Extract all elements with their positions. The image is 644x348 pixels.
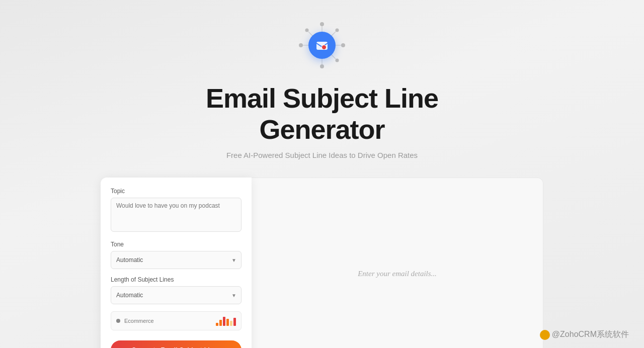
subtitle: Free AI-Powered Subject Line Ideas to Dr… [226, 151, 418, 159]
right-panel-placeholder: Enter your email details... [358, 270, 437, 278]
svg-point-5 [336, 29, 339, 32]
svg-point-2 [299, 43, 303, 47]
notification-dot [321, 45, 327, 50]
length-select-wrapper: Automatic Short Medium Long ▼ [111, 286, 242, 304]
industry-bar-chart [216, 316, 236, 326]
industry-dot-icon [116, 319, 120, 323]
tone-select-wrapper: Automatic Formal Casual Friendly Urgent … [111, 251, 242, 269]
svg-point-1 [320, 64, 324, 68]
app-icon-container [297, 20, 347, 70]
content-area: Topic Tone Automatic Formal Casual Frien… [101, 178, 543, 348]
hero-section: Email Subject Line Generator Free AI-Pow… [0, 0, 644, 178]
industry-section: Ecommerce [111, 311, 242, 330]
length-label: Length of Subject Lines [111, 276, 242, 283]
page-background: Email Subject Line Generator Free AI-Pow… [0, 0, 644, 348]
watermark-text: @ZohoCRM系统软件 [552, 329, 629, 340]
tone-select[interactable]: Automatic Formal Casual Friendly Urgent [111, 251, 242, 269]
email-icon-circle [308, 32, 336, 59]
right-panel: Enter your email details... [252, 178, 543, 348]
svg-point-6 [336, 59, 339, 62]
watermark-icon [540, 330, 550, 340]
svg-line-13 [331, 54, 336, 59]
length-select[interactable]: Automatic Short Medium Long [111, 286, 242, 304]
left-panel: Topic Tone Automatic Formal Casual Frien… [101, 178, 252, 348]
generate-button[interactable]: Generate Email Subject Lines [111, 340, 242, 348]
main-title: Email Subject Line Generator [206, 82, 438, 145]
svg-point-0 [320, 22, 324, 26]
topic-label: Topic [111, 188, 242, 195]
tone-label: Tone [111, 241, 242, 248]
industry-text: Ecommerce [124, 318, 212, 324]
topic-input[interactable] [111, 198, 242, 232]
svg-point-4 [305, 29, 309, 32]
svg-point-3 [341, 43, 345, 47]
watermark: @ZohoCRM系统软件 [540, 329, 629, 340]
industry-row: Ecommerce [111, 311, 242, 330]
